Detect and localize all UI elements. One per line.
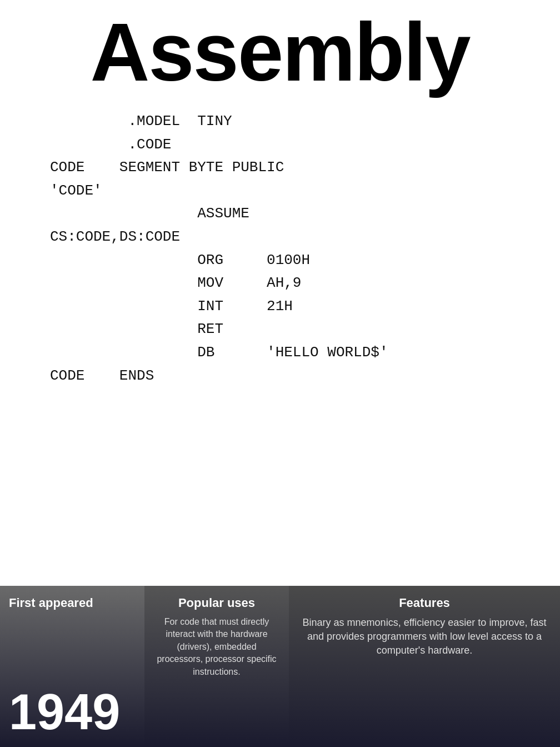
- popular-uses-title: Popular uses: [153, 596, 280, 610]
- code-block: .MODEL TINY .CODE CODE SEGMENT BYTE PUBL…: [50, 110, 543, 387]
- page-title: Assembly: [17, 11, 543, 93]
- code-line-10: RET: [50, 318, 543, 341]
- code-line-8: MOV AH,9: [50, 272, 543, 295]
- features-body: Binary as mnemonics, efficiency easier t…: [298, 616, 551, 658]
- code-line-12: CODE ENDS: [50, 365, 543, 388]
- first-appeared-panel: First appeared 1949: [0, 586, 144, 747]
- first-appeared-title: First appeared: [9, 596, 136, 610]
- bottom-panels: First appeared 1949 Popular uses For cod…: [0, 586, 560, 747]
- code-line-4: 'CODE': [50, 180, 543, 203]
- popular-uses-body: For code that must directly interact wit…: [153, 616, 280, 678]
- popular-uses-panel: Popular uses For code that must directly…: [144, 586, 289, 747]
- code-line-5: ASSUME: [50, 202, 543, 226]
- code-line-9: INT 21H: [50, 295, 543, 318]
- code-line-3: CODE SEGMENT BYTE PUBLIC: [50, 156, 543, 180]
- code-line-11: DB 'HELLO WORLD$': [50, 341, 543, 365]
- code-line-1: .MODEL TINY: [50, 110, 543, 133]
- code-line-2: .CODE: [50, 133, 543, 157]
- first-appeared-year: 1949: [9, 687, 136, 737]
- main-content: Assembly .MODEL TINY .CODE CODE SEGMENT …: [0, 0, 560, 586]
- code-line-7: ORG 0100H: [50, 249, 543, 272]
- features-title: Features: [298, 596, 551, 610]
- features-panel: Features Binary as mnemonics, efficiency…: [289, 586, 560, 747]
- code-line-6: CS:CODE,DS:CODE: [50, 226, 543, 249]
